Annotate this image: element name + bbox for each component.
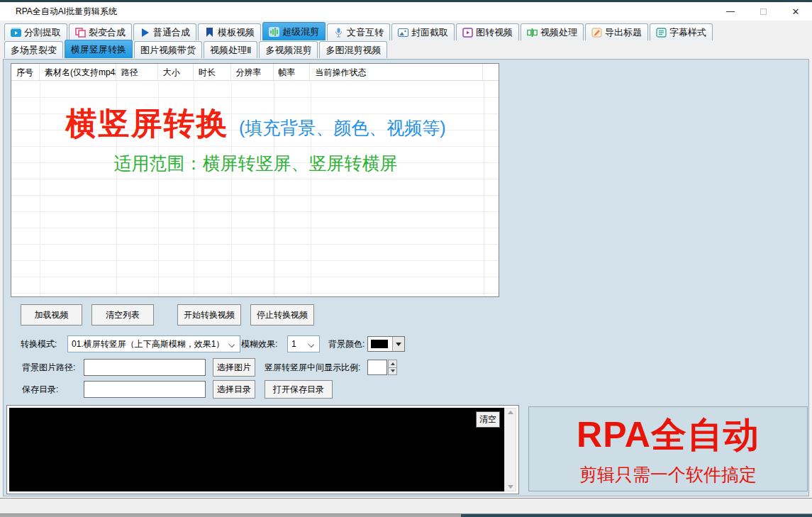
tab-label: 多图混剪视频 [326, 44, 381, 57]
blur-effect-value: 1 [288, 339, 307, 349]
split-extract-icon [11, 28, 21, 38]
image-to-video-icon [462, 28, 473, 38]
center-ratio-input[interactable] [367, 360, 387, 375]
bg-color-label: 背景颜色: [328, 335, 365, 352]
tab-multi-image-mix-video[interactable]: 多图混剪视频 [319, 41, 387, 58]
tab-label: 图转视频 [476, 26, 513, 39]
tab-label: 普通合成 [153, 26, 190, 39]
ratio-spinner [388, 360, 397, 375]
stop-convert-button[interactable]: 停止转换视频 [250, 304, 314, 326]
text-voice-icon [333, 28, 344, 38]
promo-subtitle-text: 剪辑只需一个软件搞定 [529, 463, 807, 487]
tab-landscape-portrait-convert[interactable]: 横屏竖屏转换 [65, 40, 133, 58]
col-header-name: 素材名(仅支持mp4格式) [40, 64, 116, 80]
tab-label: 分割提取 [24, 26, 61, 39]
tab-label: 导出标题 [605, 26, 642, 39]
tab-multi-video-mix[interactable]: 多视频混剪 [259, 41, 318, 58]
color-dropdown-button[interactable] [392, 337, 404, 351]
bottom-edge-gray-segment [0, 514, 461, 517]
tab-video-process-2[interactable]: 视频处理Ⅱ [204, 41, 257, 58]
col-header-spacer [483, 64, 499, 80]
tab-text-voice[interactable]: 文音互转 [327, 23, 390, 40]
sub-tab-bar: 多场景裂变 横屏竖屏转换 图片视频带货 视频处理Ⅱ 多视频混剪 多图混剪视频 [4, 41, 389, 58]
chevron-down-icon [308, 341, 314, 347]
log-scrollbar[interactable] [504, 408, 516, 491]
super-mix-icon [269, 27, 279, 37]
tab-export-title[interactable]: 导出标题 [585, 23, 648, 40]
col-header-duration: 时长 [194, 64, 231, 80]
scroll-down-icon [508, 485, 513, 489]
fission-compose-icon [75, 28, 86, 38]
tab-label: 模板视频 [218, 26, 255, 39]
video-process-icon [527, 28, 538, 38]
banner-subtitle-text: (填充背景、颜色、视频等) [239, 118, 446, 138]
status-bar [0, 498, 812, 514]
promo-title-text: RPA全自动 [529, 411, 807, 459]
pick-image-button[interactable]: 选择图片 [213, 358, 255, 377]
scroll-up-icon [508, 411, 513, 414]
title-bar: RPA全自动AI批量剪辑系统 — ✕ [0, 2, 812, 21]
main-tab-bar: 分割提取 裂变合成 普通合成 模板视频 超级混剪 文音互转 封面截取 图转视频 [4, 23, 714, 40]
tab-label: 视频处理Ⅱ [210, 44, 251, 57]
spinner-down-button[interactable] [388, 368, 397, 376]
normal-compose-icon [140, 28, 150, 38]
blur-effect-select[interactable]: 1 [287, 335, 320, 352]
export-title-icon [591, 28, 602, 38]
tab-image-video-goods[interactable]: 图片视频带货 [134, 41, 202, 58]
banner-title-text: 横竖屏转换 [65, 106, 228, 140]
maximize-button[interactable] [747, 2, 779, 21]
maximize-icon [760, 9, 767, 15]
app-window: RPA全自动AI批量剪辑系统 — ✕ 分割提取 裂变合成 普通合成 模板视频 超… [0, 0, 812, 517]
log-panel: 清空 [6, 405, 519, 494]
start-convert-button[interactable]: 开始转换视频 [177, 304, 241, 326]
save-dir-input[interactable] [84, 381, 206, 398]
tab-fission-compose[interactable]: 裂变合成 [69, 23, 132, 40]
bg-color-picker[interactable] [367, 336, 405, 352]
tab-label: 图片视频带货 [140, 44, 196, 57]
tab-image-to-video[interactable]: 图转视频 [456, 23, 519, 40]
convert-mode-select[interactable]: 01.横屏转竖屏（上下高斯模糊，效果1） [67, 335, 240, 352]
template-video-icon [204, 28, 215, 38]
tab-label: 视频处理 [540, 26, 577, 39]
log-clear-button[interactable]: 清空 [476, 411, 500, 428]
tab-template-video[interactable]: 模板视频 [198, 23, 261, 40]
tab-label: 字幕样式 [669, 26, 706, 39]
log-output[interactable] [9, 408, 504, 491]
bg-image-path-input[interactable] [84, 359, 206, 376]
screen-bottom-edge [0, 514, 812, 517]
blur-effect-label: 模糊效果: [241, 335, 277, 352]
banner-scope-text: 适用范围：横屏转竖屏、竖屏转横屏 [11, 152, 500, 175]
tab-subtitle-style[interactable]: 字幕样式 [650, 23, 713, 40]
window-controls: — ✕ [714, 2, 812, 21]
pick-dir-button[interactable]: 选择目录 [213, 380, 255, 399]
clear-list-button[interactable]: 清空列表 [91, 304, 154, 326]
color-swatch [371, 340, 388, 348]
triangle-up-icon [391, 362, 395, 365]
convert-mode-label: 转换模式: [21, 335, 57, 352]
tab-video-process[interactable]: 视频处理 [521, 23, 584, 40]
tab-label: 超级混剪 [282, 26, 319, 38]
open-save-dir-button[interactable]: 打开保存目录 [265, 380, 333, 399]
spinner-up-button[interactable] [388, 360, 397, 368]
tab-multi-scene-fission[interactable]: 多场景裂变 [4, 41, 63, 58]
material-table[interactable]: 序号 素材名(仅支持mp4格式) 路径 大小 时长 分辨率 帧率 当前操作状态 [11, 63, 499, 297]
triangle-down-icon [391, 369, 395, 372]
tab-normal-compose[interactable]: 普通合成 [133, 23, 196, 40]
minimize-button[interactable]: — [714, 2, 747, 21]
cover-capture-icon [398, 28, 408, 38]
tab-split-extract[interactable]: 分割提取 [4, 23, 67, 40]
tab-super-mix[interactable]: 超级混剪 [262, 22, 326, 40]
tab-page-landscape-portrait: 序号 素材名(仅支持mp4格式) 路径 大小 时长 分辨率 帧率 当前操作状态 [3, 59, 809, 496]
center-ratio-label: 竖屏转竖屏中间显示比例: [265, 359, 360, 376]
tab-cover-capture[interactable]: 封面截取 [391, 23, 455, 40]
col-header-resolution: 分辨率 [231, 64, 274, 80]
chevron-down-icon [229, 341, 235, 347]
close-button[interactable]: ✕ [779, 2, 812, 21]
tab-label: 封面截取 [411, 26, 448, 39]
promo-panel: RPA全自动 剪辑只需一个软件搞定 [528, 406, 808, 491]
load-video-button[interactable]: 加载视频 [21, 304, 82, 326]
window-title: RPA全自动AI批量剪辑系统 [16, 6, 117, 18]
table-header-row: 序号 素材名(仅支持mp4格式) 路径 大小 时长 分辨率 帧率 当前操作状态 [11, 64, 499, 81]
tab-label: 多视频混剪 [265, 44, 311, 57]
tab-label: 横屏竖屏转换 [71, 43, 126, 56]
